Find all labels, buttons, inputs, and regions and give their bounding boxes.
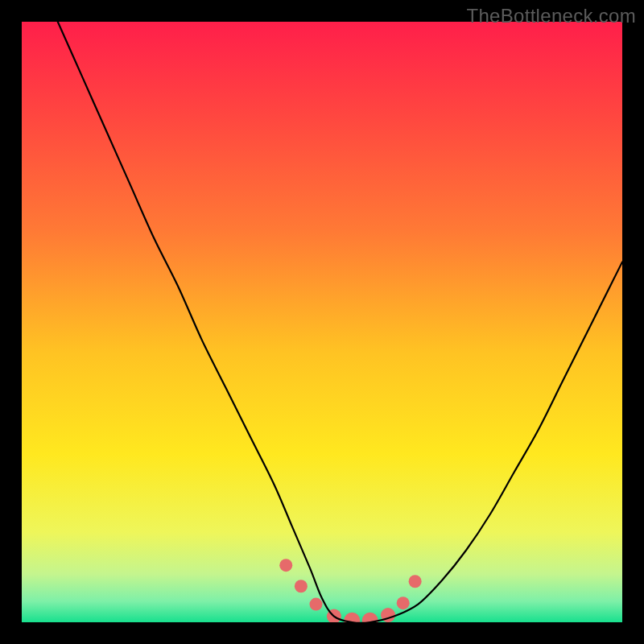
- watermark-text: TheBottleneck.com: [466, 5, 636, 27]
- marker-dot: [279, 559, 292, 572]
- highlight-markers: [279, 559, 421, 622]
- marker-dot: [397, 597, 410, 609]
- outer-frame: TheBottleneck.com: [0, 0, 644, 644]
- plot-area: [22, 22, 622, 622]
- chart-svg: [22, 22, 622, 622]
- bottleneck-curve: [58, 22, 622, 622]
- marker-dot: [310, 598, 323, 611]
- marker-dot: [409, 575, 422, 588]
- marker-dot: [295, 580, 308, 592]
